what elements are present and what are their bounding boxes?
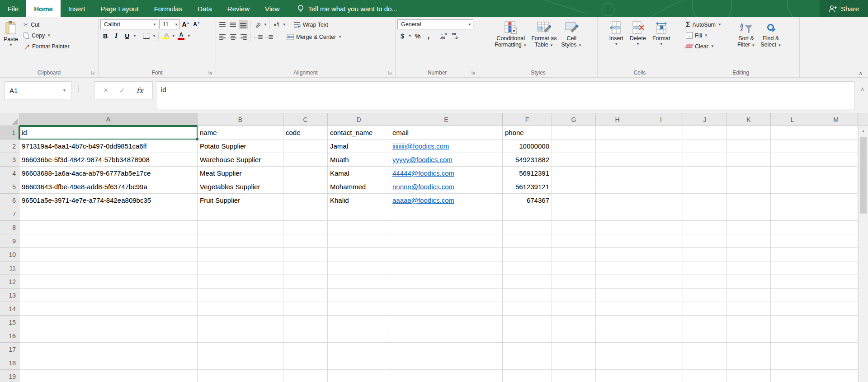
fill-handle[interactable] [196, 138, 199, 141]
cell-H8[interactable] [596, 221, 639, 234]
cell-F1[interactable]: phone [503, 126, 552, 140]
insert-cells-button[interactable]: Insert ▼ [608, 19, 625, 47]
cell-M14[interactable] [814, 302, 858, 316]
cell-H16[interactable] [596, 329, 639, 343]
cell-J15[interactable] [683, 316, 727, 329]
column-header-C[interactable]: C [283, 113, 328, 126]
cell-F6[interactable]: 674367 [503, 194, 552, 207]
cell-E5[interactable]: nnnnn@foodics.com [390, 180, 503, 194]
cell-C13[interactable] [283, 289, 328, 302]
insert-caret[interactable]: ▼ [614, 42, 618, 46]
cell-I16[interactable] [639, 329, 683, 343]
cell-E16[interactable] [390, 329, 503, 343]
orientation-caret[interactable]: ▼ [264, 23, 267, 26]
cell-I15[interactable] [639, 316, 683, 329]
borders-dropdown-caret[interactable]: ▼ [152, 34, 156, 37]
cell-B7[interactable] [198, 207, 283, 221]
cell-C1[interactable]: code [283, 126, 328, 140]
tab-page-layout[interactable]: Page Layout [93, 0, 146, 17]
clear-caret[interactable]: ▼ [711, 45, 714, 48]
cell-L9[interactable] [771, 234, 814, 248]
cell-A6[interactable]: 96501a5e-3971-4e7e-a774-842ea809bc35 [19, 194, 198, 207]
cell-C4[interactable] [283, 167, 328, 180]
row-header-11[interactable]: 11 [0, 261, 19, 275]
middle-align-button[interactable] [228, 20, 238, 29]
cell-D12[interactable] [328, 275, 390, 289]
cell-D5[interactable]: Mohammed [328, 180, 390, 194]
cell-G15[interactable] [552, 316, 596, 329]
cell-C18[interactable] [283, 356, 328, 370]
row-header-1[interactable]: 1 [0, 126, 19, 140]
shrink-font-button[interactable]: A▼ [192, 20, 202, 29]
row-header-15[interactable]: 15 [0, 316, 19, 329]
cell-F2[interactable]: 10000000 [503, 140, 552, 153]
cell-J4[interactable] [683, 167, 727, 180]
cell-M5[interactable] [814, 180, 858, 194]
cell-M1[interactable] [814, 126, 858, 140]
cell-F11[interactable] [503, 261, 552, 275]
row-header-3[interactable]: 3 [0, 153, 19, 167]
cell-H18[interactable] [596, 356, 639, 370]
copy-dropdown-caret[interactable]: ▼ [47, 34, 51, 37]
cell-H3[interactable] [596, 153, 639, 167]
cell-J1[interactable] [683, 126, 727, 140]
cell-I12[interactable] [639, 275, 683, 289]
cell-L19[interactable] [771, 370, 814, 382]
cell-C5[interactable] [283, 180, 328, 194]
cell-E11[interactable] [390, 261, 503, 275]
align-left-button[interactable] [218, 32, 227, 42]
cell-E13[interactable] [390, 289, 503, 302]
cell-A19[interactable] [19, 370, 198, 382]
paste-button[interactable]: Paste ▼ [2, 19, 20, 48]
scrollbar-thumb[interactable] [860, 137, 867, 214]
tab-view[interactable]: View [257, 0, 287, 17]
cell-E2[interactable]: iiiiiiiii@foodics.com [390, 140, 503, 153]
cell-C15[interactable] [283, 316, 328, 329]
share-button[interactable]: Share [820, 0, 868, 17]
cell-K8[interactable] [727, 221, 771, 234]
cell-K4[interactable] [727, 167, 771, 180]
tab-review[interactable]: Review [220, 0, 257, 17]
cell-M10[interactable] [814, 248, 858, 261]
column-header-I[interactable]: I [639, 113, 683, 126]
cell-D2[interactable]: Jamal [328, 140, 390, 153]
cell-J14[interactable] [683, 302, 727, 316]
cell-D14[interactable] [328, 302, 390, 316]
cell-C2[interactable] [283, 140, 328, 153]
cell-K15[interactable] [727, 316, 771, 329]
cell-G14[interactable] [552, 302, 596, 316]
cell-J16[interactable] [683, 329, 727, 343]
cell-E12[interactable] [390, 275, 503, 289]
top-align-button[interactable] [218, 20, 227, 29]
increase-indent-button[interactable]: → [264, 32, 273, 42]
cell-F14[interactable] [503, 302, 552, 316]
cell-L4[interactable] [771, 167, 814, 180]
column-header-L[interactable]: L [771, 113, 814, 126]
cell-K10[interactable] [727, 248, 771, 261]
underline-button[interactable]: U [122, 31, 132, 41]
cell-C8[interactable] [283, 221, 328, 234]
cell-L16[interactable] [771, 329, 814, 343]
cancel-icon[interactable]: × [104, 86, 108, 95]
cell-G19[interactable] [552, 370, 596, 382]
clipboard-dialog-launcher[interactable] [90, 70, 96, 75]
cell-I3[interactable] [639, 153, 683, 167]
text-direction-caret[interactable]: ▼ [283, 23, 286, 26]
tell-me-box[interactable]: Tell me what you want to do... [297, 0, 397, 17]
cell-C14[interactable] [283, 302, 328, 316]
cell-A12[interactable] [19, 275, 198, 289]
font-dialog-launcher[interactable] [208, 70, 213, 75]
align-right-button[interactable] [239, 32, 248, 42]
cell-K6[interactable] [727, 194, 771, 207]
cell-B12[interactable] [198, 275, 283, 289]
autosum-caret[interactable]: ▼ [718, 23, 722, 26]
cell-J6[interactable] [683, 194, 727, 207]
cell-B4[interactable]: Meat Supplier [198, 167, 283, 180]
increase-decimal-button[interactable]: ←.0.00 [439, 31, 448, 41]
cell-E1[interactable]: email [390, 126, 503, 140]
cell-D11[interactable] [328, 261, 390, 275]
cell-M8[interactable] [814, 221, 858, 234]
cell-H4[interactable] [596, 167, 639, 180]
cell-I11[interactable] [639, 261, 683, 275]
column-header-A[interactable]: A [19, 113, 198, 126]
